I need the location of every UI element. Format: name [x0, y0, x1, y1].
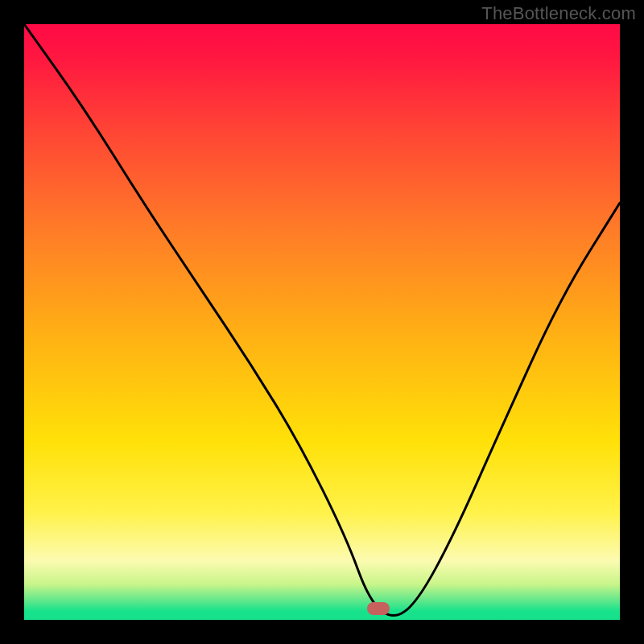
plot-area: [24, 24, 620, 620]
watermark-text: TheBottleneck.com: [481, 3, 636, 24]
curve-path: [24, 24, 620, 615]
minimum-marker: [367, 602, 390, 615]
chart-frame: TheBottleneck.com: [0, 0, 644, 644]
bottleneck-curve: [24, 24, 620, 620]
